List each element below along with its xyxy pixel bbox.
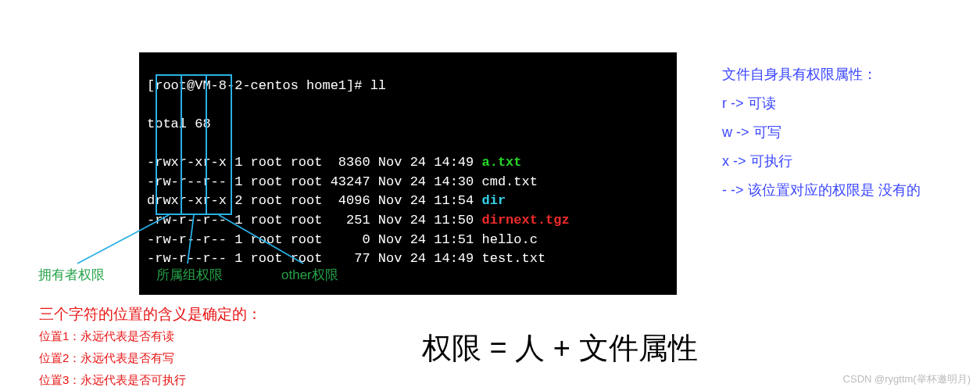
owner-permission-label: 拥有者权限: [38, 266, 105, 284]
group-permission-box: [181, 74, 207, 215]
attr-w: w -> 可写: [722, 118, 921, 147]
group-permission-label: 所属组权限: [156, 266, 223, 284]
watermark: CSDN @rygttm(举杯邀明月): [843, 372, 971, 386]
owner-permission-box: [156, 74, 182, 215]
other-permission-label: other权限: [281, 266, 338, 284]
other-permission-box: [206, 74, 232, 215]
permission-attributes: 文件自身具有权限属性： r -> 可读 w -> 可写 x -> 可执行 - -…: [722, 60, 921, 204]
terminal-row: -rw-r--r-- 1 root root 77 Nov 24 14:49 t…: [147, 249, 669, 269]
attr-dash: - -> 该位置对应的权限是 没有的: [722, 176, 921, 205]
position-meaning-title: 三个字符的位置的含义是确定的：: [39, 304, 262, 325]
attr-x: x -> 可执行: [722, 147, 921, 176]
position-3: 位置3：永远代表是否可执行: [39, 373, 186, 388]
terminal-row: -rw-r--r-- 1 root root 0 Nov 24 11:51 he…: [147, 231, 669, 250]
position-1: 位置1：永远代表是否有读: [39, 329, 174, 344]
permission-equation: 权限 = 人 + 文件属性: [422, 328, 698, 368]
position-2: 位置2：永远代表是否有写: [39, 351, 174, 366]
attr-r: r -> 可读: [722, 89, 921, 118]
attr-title: 文件自身具有权限属性：: [722, 60, 921, 89]
